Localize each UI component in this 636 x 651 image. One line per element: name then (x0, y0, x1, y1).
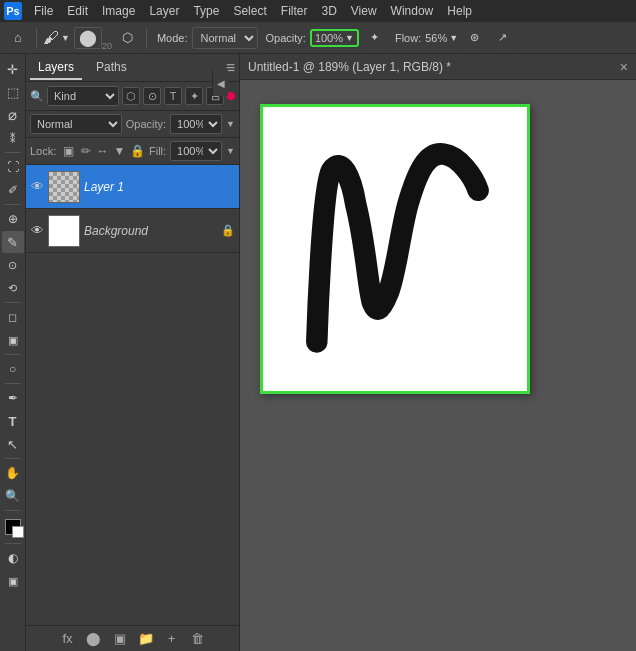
filter-shape-icon[interactable]: ✦ (185, 87, 203, 105)
brush-settings-button[interactable]: ⬡ (116, 26, 140, 50)
background-visibility-toggle[interactable]: 👁 (30, 224, 44, 238)
panels-header: Layers Paths ≡ (26, 54, 239, 82)
filter-icon: 🔍 (30, 90, 44, 103)
clone-tool-button[interactable]: ⊙ (2, 254, 24, 276)
foreground-color[interactable] (5, 519, 21, 535)
main-content: ✛ ⬚ ⌀ ⁑ ⛶ ✐ ⊕ ✎ ⊙ ⟲ ◻ ▣ ○ ✒ T ↖ ✋ 🔍 ◐ ▣ (0, 54, 636, 651)
brush-tool-button[interactable]: ✎ (2, 231, 24, 253)
delete-layer-button[interactable]: 🗑 (188, 629, 208, 649)
menu-filter[interactable]: Filter (275, 2, 314, 20)
brush-preset-picker[interactable]: 🖌 ▼ (43, 29, 70, 47)
screen-mode-button[interactable]: ▣ (2, 570, 24, 592)
layers-bottom-bar: fx ⬤ ▣ 📁 + 🗑 (26, 625, 239, 651)
mode-select[interactable]: Normal (192, 27, 258, 49)
menu-edit[interactable]: Edit (61, 2, 94, 20)
tab-paths[interactable]: Paths (88, 56, 135, 80)
menu-help[interactable]: Help (441, 2, 478, 20)
menu-select[interactable]: Select (227, 2, 272, 20)
menu-3d[interactable]: 3D (315, 2, 342, 20)
angle-button[interactable]: ↗ (490, 26, 514, 50)
lock-label: Lock: (30, 145, 56, 157)
zoom-tool-button[interactable]: 🔍 (2, 485, 24, 507)
filter-text-icon[interactable]: T (164, 87, 182, 105)
brush-size-value: 20 (102, 41, 112, 51)
background-thumbnail (48, 215, 80, 247)
opacity-select[interactable]: 100% (170, 114, 222, 134)
layer-row-layer1[interactable]: 👁 Layer 1 (26, 165, 239, 209)
canvas-close-button[interactable]: × (620, 59, 628, 75)
color-swatches[interactable] (2, 516, 24, 538)
menu-layer[interactable]: Layer (143, 2, 185, 20)
lasso-tool-button[interactable]: ⌀ (2, 104, 24, 126)
add-mask-button[interactable]: ⬤ (84, 629, 104, 649)
canvas-tab-bar: Untitled-1 @ 189% (Layer 1, RGB/8) * × (240, 54, 636, 80)
marquee-tool-button[interactable]: ⬚ (2, 81, 24, 103)
menu-type[interactable]: Type (187, 2, 225, 20)
quick-mask-button[interactable]: ◐ (2, 547, 24, 569)
flow-value: 56% (425, 32, 447, 44)
airbrush-button[interactable]: ✦ (363, 26, 387, 50)
filter-toggle-dot[interactable] (227, 92, 235, 100)
menu-view[interactable]: View (345, 2, 383, 20)
tool-separator-5 (5, 383, 21, 384)
filter-pixel-icon[interactable]: ⬡ (122, 87, 140, 105)
text-tool-button[interactable]: T (2, 410, 24, 432)
layer1-thumbnail (48, 171, 80, 203)
lock-position-button[interactable]: ↔ (96, 142, 109, 160)
link-layers-button[interactable]: fx (58, 629, 78, 649)
panels-collapse-button[interactable]: ◀ (212, 70, 228, 96)
eyedropper-tool-button[interactable]: ✐ (2, 179, 24, 201)
heal-tool-button[interactable]: ⊕ (2, 208, 24, 230)
opacity-label: Opacity: (266, 32, 306, 44)
new-layer-button[interactable]: + (162, 629, 182, 649)
tool-separator-3 (5, 302, 21, 303)
crop-tool-button[interactable]: ⛶ (2, 156, 24, 178)
separator-2 (146, 28, 147, 48)
blending-row: Normal Opacity: 100% ▼ (26, 111, 239, 138)
lock-all-button[interactable]: 🔒 (130, 142, 145, 160)
wand-tool-button[interactable]: ⁑ (2, 127, 24, 149)
opacity-box[interactable]: 100% ▼ (310, 29, 359, 47)
hand-tool-button[interactable]: ✋ (2, 462, 24, 484)
lock-draw-button[interactable]: ✏ (79, 142, 92, 160)
menu-window[interactable]: Window (385, 2, 440, 20)
lock-artboard-button[interactable]: ▼ (113, 142, 126, 160)
layer-row-background[interactable]: 👁 Background 🔒 (26, 209, 239, 253)
blend-mode-select[interactable]: Normal (30, 114, 122, 134)
new-group-button[interactable]: 📁 (136, 629, 156, 649)
opacity-value: 100% (315, 32, 343, 44)
tool-separator-7 (5, 510, 21, 511)
gradient-tool-button[interactable]: ▣ (2, 329, 24, 351)
background-name: Background (84, 224, 217, 238)
move-tool-button[interactable]: ✛ (2, 58, 24, 80)
lock-pixels-button[interactable]: ▣ (62, 142, 75, 160)
flow-label: Flow: (395, 32, 421, 44)
filter-select[interactable]: Kind (47, 86, 119, 106)
eraser-tool-button[interactable]: ◻ (2, 306, 24, 328)
lock-row: Lock: ▣ ✏ ↔ ▼ 🔒 Fill: 100% ▼ (26, 138, 239, 165)
flow-box[interactable]: 56% ▼ (425, 32, 458, 44)
path-selection-button[interactable]: ↖ (2, 433, 24, 455)
tab-layers[interactable]: Layers (30, 56, 82, 80)
home-button[interactable]: ⌂ (6, 26, 30, 50)
app-logo: Ps (4, 2, 22, 20)
menu-image[interactable]: Image (96, 2, 141, 20)
filter-adj-icon[interactable]: ⊙ (143, 87, 161, 105)
dodge-tool-button[interactable]: ○ (2, 358, 24, 380)
smooth-button[interactable]: ⊛ (462, 26, 486, 50)
canvas-tab-title: Untitled-1 @ 189% (Layer 1, RGB/8) * (248, 60, 614, 74)
drawing-canvas (263, 107, 527, 391)
layers-panel: 🔍 Kind ⬡ ⊙ T ✦ ⊟ Normal Opacity: 100% (26, 82, 239, 651)
menu-file[interactable]: File (28, 2, 59, 20)
panels-container: ◀ Layers Paths ≡ 🔍 Kind ⬡ ⊙ T ✦ ⊟ (26, 54, 240, 651)
fill-label: Fill: (149, 145, 166, 157)
new-adjustment-button[interactable]: ▣ (110, 629, 130, 649)
pen-tool-button[interactable]: ✒ (2, 387, 24, 409)
layer1-visibility-toggle[interactable]: 👁 (30, 180, 44, 194)
history-brush-button[interactable]: ⟲ (2, 277, 24, 299)
separator-1 (36, 28, 37, 48)
mode-label: Mode: (157, 32, 188, 44)
background-color[interactable] (12, 526, 24, 538)
fill-select[interactable]: 100% (170, 141, 222, 161)
opacity-label: Opacity: (126, 118, 166, 130)
